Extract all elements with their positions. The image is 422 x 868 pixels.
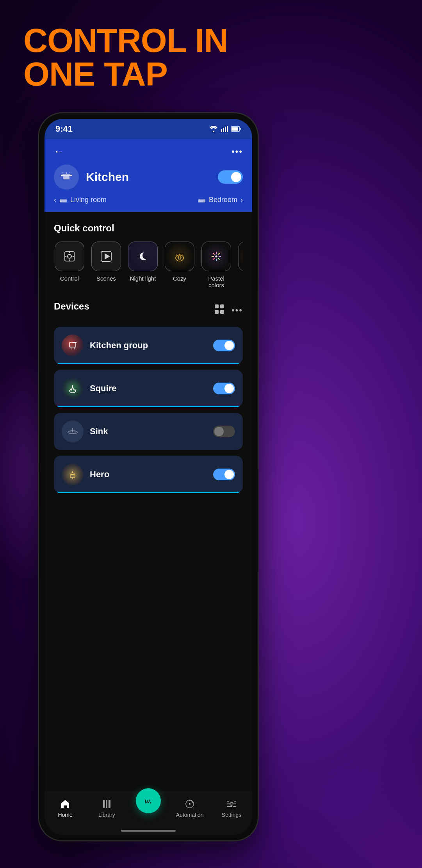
moon-icon — [136, 249, 150, 263]
scenes-icon — [99, 249, 113, 263]
svg-line-11 — [69, 172, 70, 173]
header: ← ••• Ki — [45, 139, 252, 212]
svg-point-46 — [69, 389, 76, 393]
hero-line1: CONTROL IN — [23, 23, 228, 57]
svg-rect-38 — [220, 304, 224, 308]
sink-toggle[interactable] — [213, 426, 235, 437]
svg-rect-44 — [69, 342, 70, 343]
qc-cozy[interactable]: Cozy — [164, 242, 195, 288]
qc-pastel-icon-wrap — [201, 242, 231, 271]
hero-icon — [66, 467, 80, 481]
status-time: 9:41 — [55, 124, 73, 134]
svg-rect-40 — [220, 310, 224, 314]
devices-section: Devices ••• — [54, 301, 243, 493]
bottom-navigation: Home Library w. — [45, 792, 252, 835]
automation-nav-label: Automation — [176, 812, 204, 818]
quick-control-title: Quick control — [54, 223, 243, 234]
quick-control-section: Quick control — [54, 223, 243, 288]
device-card-kitchen-group[interactable]: Kitchen group — [54, 327, 243, 364]
svg-line-36 — [213, 258, 215, 260]
more-button[interactable]: ••• — [231, 147, 243, 157]
back-button[interactable]: ← — [54, 145, 64, 157]
qc-control[interactable]: Control — [54, 242, 85, 288]
qc-control-label: Control — [60, 275, 79, 282]
qc-fireplace-icon-wrap — [238, 242, 243, 271]
wifi-icon — [209, 126, 218, 132]
svg-point-19 — [68, 254, 71, 258]
device-card-hero[interactable]: Hero — [54, 456, 243, 493]
home-nav-label: Home — [58, 812, 72, 818]
svg-rect-45 — [71, 342, 73, 343]
wiz-logo: w. — [144, 796, 152, 806]
battery-icon — [231, 126, 241, 132]
quick-control-row: Control Scenes — [54, 242, 243, 288]
squire-icon — [66, 381, 80, 396]
svg-line-10 — [62, 172, 63, 173]
library-nav-icon — [101, 798, 112, 809]
squire-name: Squire — [90, 383, 207, 394]
svg-rect-39 — [215, 310, 219, 314]
svg-rect-62 — [227, 804, 231, 804]
automation-nav-icon — [184, 798, 195, 809]
phone-frame: 9:41 — [39, 113, 258, 840]
svg-rect-14 — [60, 199, 67, 200]
svg-point-27 — [178, 256, 181, 260]
devices-more-button[interactable]: ••• — [231, 305, 243, 315]
svg-rect-13 — [60, 200, 62, 202]
svg-rect-16 — [198, 200, 200, 202]
grid-view-button[interactable] — [214, 304, 224, 317]
squire-toggle[interactable] — [213, 383, 235, 394]
sink-icon-wrap — [62, 421, 84, 442]
room-toggle[interactable] — [218, 170, 243, 184]
svg-rect-51 — [70, 474, 75, 478]
nav-home[interactable]: Home — [52, 798, 79, 818]
svg-rect-66 — [233, 806, 236, 807]
svg-line-33 — [213, 253, 215, 255]
next-room[interactable]: Bedroom › — [198, 196, 243, 204]
svg-rect-8 — [62, 174, 70, 175]
bed-icon-prev — [59, 197, 67, 203]
devices-header: Devices ••• — [54, 301, 243, 320]
header-nav: ← ••• — [54, 145, 243, 157]
room-name: Kitchen — [86, 170, 129, 184]
qc-fireplace[interactable]: Firep... — [237, 242, 243, 288]
wiz-center-button[interactable]: w. — [136, 788, 161, 813]
svg-rect-2 — [225, 127, 226, 132]
kitchen-group-name: Kitchen group — [90, 340, 207, 351]
qc-pastel[interactable]: Pastel colors — [201, 242, 232, 288]
svg-rect-52 — [71, 473, 74, 474]
hero-toggle[interactable] — [213, 469, 235, 480]
bed-icon-next — [198, 197, 206, 203]
device-card-sink[interactable]: Sink — [54, 413, 243, 450]
qc-scenes-label: Scenes — [96, 275, 116, 282]
svg-line-35 — [218, 253, 219, 255]
device-card-squire[interactable]: Squire — [54, 370, 243, 407]
sink-name: Sink — [90, 426, 207, 437]
kitchen-group-toggle[interactable] — [213, 340, 235, 351]
svg-rect-1 — [223, 128, 224, 132]
qc-night-light[interactable]: Night light — [127, 242, 158, 288]
signal-icon — [221, 126, 228, 132]
home-indicator — [121, 830, 176, 832]
content-area: Quick control — [45, 212, 252, 493]
svg-line-34 — [218, 258, 219, 260]
nav-center[interactable]: w. — [135, 795, 162, 813]
nav-automation[interactable]: Automation — [176, 798, 204, 818]
kitchen-icon — [59, 170, 73, 184]
svg-marker-25 — [105, 253, 110, 260]
qc-control-icon-wrap — [55, 242, 84, 271]
kitchen-group-icon-wrap — [62, 335, 84, 356]
nav-settings[interactable]: Settings — [218, 798, 245, 818]
svg-rect-55 — [103, 800, 105, 808]
header-room: Kitchen — [54, 165, 243, 190]
svg-rect-3 — [227, 126, 228, 132]
svg-rect-63 — [227, 806, 232, 807]
svg-rect-6 — [61, 175, 72, 176]
hero-icon-wrap — [62, 464, 84, 485]
svg-rect-61 — [227, 801, 229, 802]
devices-title: Devices — [54, 301, 89, 312]
prev-room[interactable]: ‹ Living room — [54, 196, 107, 204]
settings-nav-label: Settings — [222, 812, 242, 818]
qc-scenes[interactable]: Scenes — [91, 242, 122, 288]
nav-library[interactable]: Library — [93, 798, 120, 818]
